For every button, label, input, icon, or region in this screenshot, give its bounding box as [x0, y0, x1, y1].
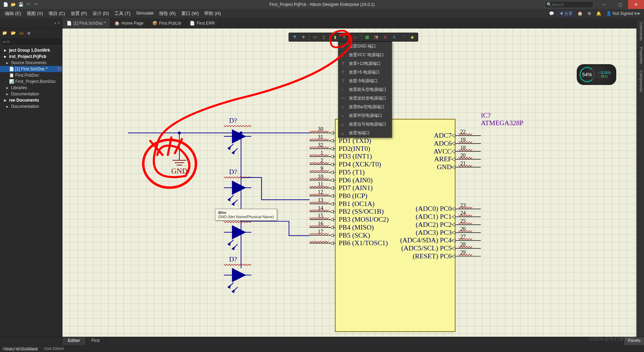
svg-text:GND: GND	[437, 163, 452, 171]
power-icon: ⊤	[341, 61, 346, 66]
svg-text:PD1 (TXD): PD1 (TXD)	[339, 137, 371, 145]
doc-tab-1[interactable]: 🏠Home Page	[110, 18, 148, 28]
wire-d2[interactable]	[241, 178, 310, 200]
tree-node-3[interactable]: 📄[1] First.SchDoc * D	[0, 66, 62, 72]
tree-node-9[interactable]: ▸Documentation	[0, 103, 62, 110]
settings-icon[interactable]: ⚙	[585, 10, 593, 17]
chat-icon[interactable]: 💬	[547, 10, 556, 17]
svg-text:25: 25	[460, 218, 466, 224]
menu-item-3[interactable]: 放置 (P)	[68, 9, 90, 18]
right-panel-comments[interactable]: Comments	[636, 19, 644, 43]
tree-node-4[interactable]: 📋First.PcbDoc	[0, 72, 62, 78]
projects-search-input[interactable]	[2, 40, 60, 44]
proj-open-icon[interactable]: 📂	[11, 31, 16, 35]
power-port-dropdown: ⏚放置GND 端口⊤放置VCC 电源端口⊤放置+12电源端口⊤放置+5 电源端口…	[338, 42, 392, 138]
arc-icon[interactable]: ⌒	[399, 33, 407, 41]
qat-open-icon[interactable]: 📂	[10, 2, 16, 7]
power-menu-item-4[interactable]: ⊤放置-5电源端口	[338, 77, 392, 85]
tree-node-0[interactable]: ▸ject Group 1.DsnWrk	[0, 47, 62, 53]
search-box[interactable]: 🔍	[545, 1, 593, 8]
menu-item-7[interactable]: 报告 (R)	[156, 9, 179, 18]
svg-text:26: 26	[460, 226, 466, 232]
tooltip-body: GND (Net Name/Physical Name)	[218, 215, 274, 219]
power-icon: 〰	[341, 96, 346, 101]
projects-search[interactable]	[0, 37, 62, 46]
gnd-port[interactable]: GND	[171, 155, 188, 175]
power-menu-item-7[interactable]: ⎍放置Bar型电源端口	[338, 103, 392, 111]
search-input[interactable]	[552, 2, 592, 7]
power-menu-item-8[interactable]: ○放置环型电源端口	[338, 111, 392, 120]
tree-node-7[interactable]: ▸Documentation	[0, 91, 62, 97]
qat-save-icon[interactable]: 💾	[18, 2, 24, 7]
svg-marker-22	[330, 171, 334, 174]
filter-icon[interactable]: ⧩	[290, 33, 299, 41]
svg-text:(ADC3) PC3: (ADC3) PC3	[416, 229, 452, 237]
qat-redo-icon[interactable]: ↷	[33, 2, 39, 7]
home-icon[interactable]: 🏠	[575, 10, 585, 17]
tab-icon: 📄	[190, 21, 195, 26]
minimize-button[interactable]: ─	[596, 0, 612, 9]
tree-node-2[interactable]: ▸Source Documents	[0, 60, 62, 66]
menu-item-0[interactable]: 编辑 (E)	[2, 9, 24, 18]
menu-item-4[interactable]: 设计 (D)	[90, 9, 112, 18]
ic-reference[interactable]: IC?	[481, 111, 491, 119]
schematic-canvas[interactable]: IC? ATMEGA328P 30PD0 (RXD)31PD1 (TXD)32P…	[62, 28, 644, 337]
panel-header-controls[interactable]: ▾ ✕	[0, 18, 62, 28]
wire-d3[interactable]	[241, 221, 310, 235]
menu-item-5[interactable]: 工具 (T)	[112, 9, 133, 18]
right-panel-properties[interactable]: Properties	[636, 44, 644, 67]
svg-text:ADC7: ADC7	[434, 131, 452, 139]
schematic-floating-toolbar: ⧩ ✚ ▭ ▯ ▮ ≡ ⏚▾ ▦ ⬔ ⊘ A ⌒ ◆	[289, 33, 418, 42]
svg-line-127	[229, 195, 233, 200]
svg-text:D?: D?	[229, 117, 237, 124]
right-panel-components[interactable]: Components	[636, 68, 644, 95]
doc-tab-3[interactable]: 📄First.ERR	[186, 18, 219, 28]
tree-node-1[interactable]: ▸irst_Project.PrjPcb	[0, 53, 62, 60]
tree-node-8[interactable]: ▸ree Documents	[0, 97, 62, 103]
power-menu-item-9[interactable]: ⏚放置信号地电源端口	[338, 120, 392, 129]
power-menu-item-6[interactable]: 〰放置波纹形电源端口	[338, 94, 392, 103]
qat-new-icon[interactable]: 📄	[3, 2, 8, 7]
cross-icon[interactable]: ✚	[299, 33, 308, 41]
power-menu-item-3[interactable]: ⊤放置+5 电源端口	[338, 68, 392, 77]
menu-item-2[interactable]: 项目 (C)	[46, 9, 68, 18]
qat-undo-icon[interactable]: ↶	[26, 2, 31, 7]
svg-marker-46	[330, 218, 334, 221]
power-menu-item-10[interactable]: ⏚放置地端口	[338, 129, 392, 137]
ic-value[interactable]: ATMEGA328P	[481, 119, 523, 127]
tree-node-6[interactable]: ▸Libraries	[0, 85, 62, 91]
svg-text:PB3 (MOSI/OC2): PB3 (MOSI/OC2)	[339, 215, 389, 223]
power-menu-item-5[interactable]: ↑放置箭头型电源端口	[338, 85, 392, 94]
noerc-icon[interactable]: ⊘	[381, 33, 389, 41]
power-port-button[interactable]: ⏚▾	[352, 33, 360, 41]
menu-item-9[interactable]: 帮助 (H)	[201, 9, 224, 18]
notify-icon[interactable]: 🔔	[594, 10, 603, 17]
signin-button[interactable]: 👤 Not Signed In▾	[604, 10, 642, 17]
svg-marker-14	[330, 155, 334, 158]
tree-node-5[interactable]: 📊First_Project.BomDoc	[0, 78, 62, 85]
doc-tab-0[interactable]: 📄[1] First.SchDoc *	[62, 18, 110, 28]
sheet-icon[interactable]: ▦	[363, 33, 371, 41]
text-icon[interactable]: A	[390, 33, 398, 41]
port-icon[interactable]: ⬔	[372, 33, 380, 41]
proj-refresh-icon[interactable]: ◉	[27, 31, 31, 35]
editor-tab-first[interactable]: First	[86, 337, 105, 345]
svg-text:22: 22	[460, 129, 466, 135]
proj-home-icon[interactable]: 📁	[2, 31, 7, 35]
maximize-button[interactable]: ▢	[612, 0, 628, 9]
menu-item-8[interactable]: 窗口 (W)	[179, 9, 202, 18]
wire-main-v[interactable]	[128, 133, 241, 268]
power-menu-item-1[interactable]: ⊤放置VCC 电源端口	[338, 51, 392, 59]
box1-icon[interactable]: ▭	[311, 33, 319, 41]
diamond-icon[interactable]: ◆	[408, 33, 417, 41]
svg-text:29: 29	[460, 249, 466, 255]
menu-item-6[interactable]: Simulate	[133, 9, 156, 18]
box2-icon[interactable]: ▯	[320, 33, 328, 41]
menu-item-1[interactable]: 视图 (V)	[24, 9, 46, 18]
editor-tab-editor[interactable]: Editor	[62, 337, 86, 345]
proj-add-icon[interactable]: 🗂	[19, 31, 24, 35]
share-button[interactable]: ◀ 分享	[557, 10, 575, 17]
power-menu-item-2[interactable]: ⊤放置+12电源端口	[338, 59, 392, 68]
close-button[interactable]: ✕	[628, 0, 644, 9]
doc-tab-2[interactable]: 📦First.PcbLib	[148, 18, 186, 28]
